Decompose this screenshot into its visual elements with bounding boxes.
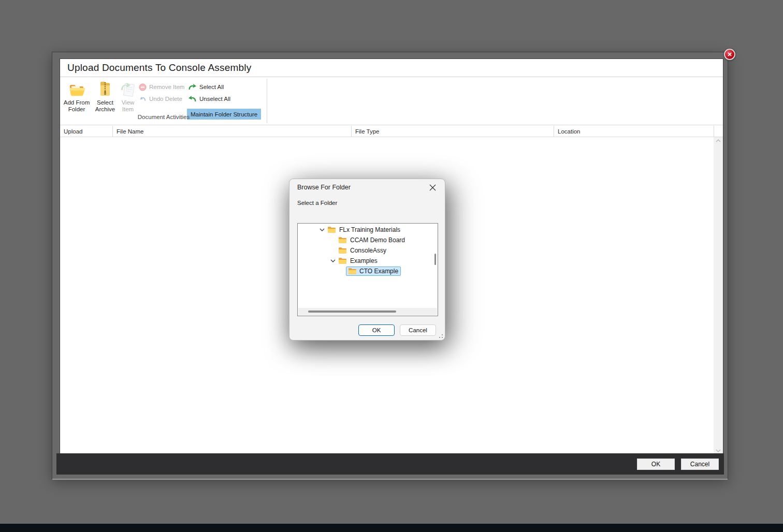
main-ok-button[interactable]: OK (637, 459, 675, 470)
folder-icon (327, 226, 336, 233)
unselect-all-button[interactable]: Unselect All (188, 94, 230, 104)
undo-delete-label: Undo Delete (149, 96, 182, 102)
remove-item-button[interactable]: Remove Item (139, 82, 184, 92)
ribbon-separator (267, 79, 267, 123)
select-archive-button[interactable]: Select Archive (93, 81, 117, 114)
open-folder-icon (68, 81, 85, 97)
tree-vertical-scrollbar-thumb[interactable] (434, 254, 436, 265)
main-cancel-button[interactable]: Cancel (681, 459, 719, 470)
tree-item-consoleassy[interactable]: ConsoleAssy (298, 245, 432, 256)
tree-item-label: CCAM Demo Board (350, 237, 405, 244)
scroll-down-icon[interactable] (716, 449, 721, 452)
view-document-icon (120, 81, 136, 97)
x-icon (429, 184, 436, 191)
zip-folder-icon (98, 81, 112, 97)
scroll-up-icon[interactable] (716, 139, 721, 142)
document-activities-ribbon: Add From Folder Select Archive (60, 78, 723, 125)
undo-delete-button[interactable]: Undo Delete (139, 94, 182, 104)
green-curved-arrow-left-icon (188, 95, 197, 102)
unselect-all-label: Unselect All (199, 96, 230, 102)
dialog-cancel-button[interactable]: Cancel (400, 324, 436, 336)
folder-tree: FLx Training Materials CCAM Demo Board C… (297, 223, 438, 316)
select-all-label: Select All (199, 84, 224, 90)
tree-item-examples[interactable]: Examples (298, 256, 432, 266)
ribbon-group-label: Document Activities (91, 114, 236, 120)
select-archive-label: Select Archive (95, 99, 115, 113)
dialog-close-button[interactable] (427, 182, 438, 193)
chevron-down-icon[interactable] (316, 226, 327, 234)
chevron-down-icon[interactable] (327, 257, 338, 265)
column-header-file-type[interactable]: File Type (352, 126, 554, 137)
remove-item-label: Remove Item (149, 84, 184, 90)
window-title: Upload Documents To Console Assembly (67, 62, 251, 73)
browse-for-folder-dialog: Browse For Folder Select a Folder FLx Tr… (289, 179, 445, 341)
remove-circle-icon (139, 83, 147, 91)
file-grid-header: Upload File Name File Type Location (60, 126, 723, 137)
window-titlebar: Upload Documents To Console Assembly (60, 59, 723, 77)
tree-item-label: ConsoleAssy (350, 247, 386, 254)
undo-arrow-icon (139, 95, 147, 103)
window-close-button[interactable]: ✕ (724, 49, 735, 60)
add-from-folder-label: Add From Folder (64, 99, 90, 113)
tree-item-label: CTO Example (359, 268, 398, 275)
column-header-upload[interactable]: Upload (60, 126, 113, 137)
green-curved-arrow-right-icon (188, 83, 197, 91)
folder-icon (348, 268, 357, 275)
column-header-filler (714, 126, 723, 137)
grid-vertical-scrollbar[interactable] (714, 137, 723, 454)
tree-item-label: Examples (350, 257, 378, 264)
tree-horizontal-scrollbar[interactable] (298, 308, 437, 315)
window-footer-bar: OK Cancel (56, 453, 724, 475)
taskbar-strip (0, 524, 783, 532)
folder-icon (338, 247, 347, 254)
tree-item-label: FLx Training Materials (339, 226, 400, 233)
dialog-ok-button[interactable]: OK (358, 324, 395, 336)
select-a-folder-label: Select a Folder (297, 200, 337, 206)
tree-item-flx-training-materials[interactable]: FLx Training Materials (298, 225, 432, 235)
tree-selection-highlight[interactable]: CTO Example (346, 267, 401, 276)
dialog-resize-grip[interactable] (439, 334, 443, 338)
folder-icon (338, 237, 347, 244)
tree-horizontal-scrollbar-thumb[interactable] (308, 311, 396, 313)
view-item-button[interactable]: View Item (117, 81, 139, 114)
column-header-location[interactable]: Location (554, 126, 714, 137)
add-from-folder-button[interactable]: Add From Folder (63, 81, 90, 114)
column-header-file-name[interactable]: File Name (113, 126, 352, 137)
select-all-button[interactable]: Select All (188, 82, 224, 92)
tree-item-cto-example[interactable]: CTO Example (338, 266, 432, 276)
dialog-title: Browse For Folder (297, 184, 351, 191)
tree-item-ccam-demo-board[interactable]: CCAM Demo Board (298, 235, 432, 245)
view-item-label: View Item (122, 99, 135, 113)
folder-icon (338, 257, 347, 264)
